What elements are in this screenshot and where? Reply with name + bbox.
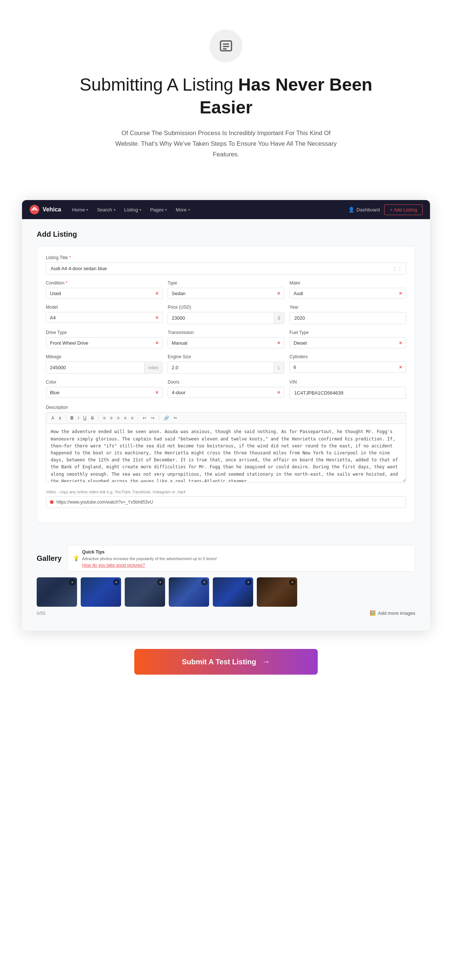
gallery-thumb-3-remove[interactable]: ×: [157, 579, 163, 585]
video-input-wrap[interactable]: https://www.youtube.com/watch?v=_Yx5bh85…: [46, 496, 406, 508]
editor-italic-btn[interactable]: i: [76, 415, 80, 422]
vin-label: VIN: [289, 380, 406, 385]
lightbulb-icon: 💡: [73, 555, 79, 561]
description-group: Description A A B i U S ≡ ≡ ≡ ≡ ≡ ↩: [46, 405, 406, 484]
transmission-input[interactable]: Manual ×: [168, 337, 284, 348]
editor-list-btn[interactable]: ≡: [102, 415, 107, 422]
editor-redo-btn[interactable]: ↪: [149, 415, 156, 422]
form-row-model-price-year: Model A4 × Price (USD) $ Year: [46, 305, 406, 324]
year-input[interactable]: [289, 312, 406, 324]
transmission-remove-icon[interactable]: ×: [278, 340, 280, 346]
drive-type-input[interactable]: Front Wheel Drive ×: [46, 337, 163, 348]
type-input[interactable]: Sedan ×: [168, 288, 284, 299]
video-label: Video - copy any online video link e.g. …: [46, 490, 406, 494]
doors-remove-icon[interactable]: ×: [278, 390, 280, 395]
quick-tips-content: Quick Tips Attractive photos increase th…: [82, 548, 217, 568]
fuel-type-remove-icon[interactable]: ×: [399, 340, 402, 346]
nav-item-listing[interactable]: Listing ▾: [121, 205, 145, 215]
video-dot-icon: [50, 500, 54, 504]
make-label: Make: [289, 280, 406, 286]
editor-undo-btn[interactable]: ↩: [141, 415, 148, 422]
color-label: Color: [46, 380, 163, 385]
cylinders-input[interactable]: 6 ×: [289, 361, 406, 372]
condition-remove-icon[interactable]: ×: [155, 290, 159, 296]
editor-indent-btn[interactable]: ≡: [116, 415, 121, 422]
description-textarea[interactable]: How the adventure ended will be seen ano…: [46, 423, 406, 482]
editor-text-size-btn[interactable]: A: [57, 415, 63, 421]
add-more-images-button[interactable]: 🖼️ Add more images: [370, 610, 415, 616]
gallery-thumb-6: ×: [257, 578, 297, 607]
nav-right: 👤 Dashboard + Add Listing: [348, 204, 423, 215]
editor-ol-btn[interactable]: ≡: [109, 415, 114, 422]
form-title: Add Listing: [37, 230, 415, 239]
quick-tips-link[interactable]: How do you take good pictures?: [82, 563, 145, 568]
condition-input[interactable]: Used ×: [46, 288, 163, 299]
gallery-images: × × × × × ×: [37, 578, 415, 607]
gallery-thumb-2: ×: [81, 578, 121, 607]
price-input[interactable]: [168, 312, 274, 324]
editor-strikethrough-btn[interactable]: S: [89, 415, 95, 422]
navbar: Vehica Home ▾ Search ▾ Listing ▾ Pages ▾…: [22, 200, 430, 219]
editor-divider-4: [159, 415, 159, 421]
cylinders-remove-icon[interactable]: ×: [399, 364, 402, 370]
video-group: Video - copy any online video link e.g. …: [46, 490, 406, 508]
listing-title-group: Listing Title * ⋮⋮: [46, 255, 406, 275]
condition-group: Condition * Used ×: [46, 280, 163, 299]
gallery-section: Gallery 💡 Quick Tips Attractive photos i…: [22, 538, 430, 631]
color-value: Blue: [50, 390, 153, 395]
nav-item-home[interactable]: Home ▾: [68, 205, 92, 215]
transmission-group: Transmission Manual ×: [168, 330, 284, 348]
engine-size-input[interactable]: [168, 362, 274, 373]
make-remove-icon[interactable]: ×: [399, 290, 402, 296]
gallery-thumb-6-remove[interactable]: ×: [289, 579, 296, 585]
year-label: Year: [289, 305, 406, 310]
editor-text-btn[interactable]: A: [50, 415, 56, 422]
doors-input[interactable]: 4-door ×: [168, 387, 284, 398]
gallery-thumb-5-remove[interactable]: ×: [245, 579, 252, 585]
listing-title-input[interactable]: [46, 262, 406, 275]
transmission-value: Manual: [172, 340, 275, 346]
more-chevron-icon: ▾: [188, 208, 190, 212]
editor-outdent-btn[interactable]: ≡: [122, 415, 128, 422]
nav-item-pages[interactable]: Pages ▾: [146, 205, 171, 215]
brand-name: Vehica: [43, 206, 61, 213]
color-remove-icon[interactable]: ×: [155, 390, 159, 395]
form-row-condition-type-make: Condition * Used × Type Sedan ×: [46, 280, 406, 299]
editor-unlink-btn[interactable]: ✂: [172, 415, 179, 422]
make-input[interactable]: Audi ×: [289, 288, 406, 299]
make-value: Audi: [293, 291, 397, 296]
gallery-thumb-3: ×: [125, 578, 165, 607]
quick-tips-title: Quick Tips: [82, 549, 105, 555]
cylinders-value: 6: [293, 364, 397, 370]
type-remove-icon[interactable]: ×: [278, 290, 280, 296]
mileage-input[interactable]: [46, 362, 144, 373]
model-remove-icon[interactable]: ×: [155, 315, 159, 320]
vin-input[interactable]: [289, 387, 406, 399]
drive-type-remove-icon[interactable]: ×: [155, 340, 159, 346]
gallery-header: Gallery 💡 Quick Tips Attractive photos i…: [37, 545, 415, 571]
nav-item-more[interactable]: More ▾: [172, 205, 194, 215]
editor-bold-btn[interactable]: B: [69, 415, 75, 422]
editor-link-btn[interactable]: 🔗: [162, 415, 171, 422]
fuel-type-label: Fuel Type: [289, 330, 406, 335]
model-input[interactable]: A4 ×: [46, 312, 163, 323]
gallery-thumb-4-remove[interactable]: ×: [201, 579, 208, 585]
nav-item-search[interactable]: Search ▾: [93, 205, 119, 215]
submit-button[interactable]: Submit A Test Listing →: [134, 649, 318, 675]
cylinders-label: Cylinders: [289, 354, 406, 360]
color-input[interactable]: Blue ×: [46, 387, 163, 398]
navbar-brand[interactable]: Vehica: [29, 204, 61, 215]
vin-group: VIN: [289, 380, 406, 399]
add-listing-button[interactable]: + Add Listing: [384, 204, 423, 215]
nav-dashboard[interactable]: 👤 Dashboard: [348, 207, 380, 213]
submit-section: Submit A Test Listing →: [0, 631, 452, 693]
engine-size-input-wrap: L: [168, 361, 284, 374]
editor-align-btn[interactable]: ≡: [130, 415, 135, 422]
fuel-type-input[interactable]: Diesel ×: [289, 337, 406, 348]
gallery-thumb-1-remove[interactable]: ×: [69, 579, 76, 585]
video-url: https://www.youtube.com/watch?v=_Yx5bh85…: [57, 500, 153, 505]
price-group: Price (USD) $: [168, 305, 284, 324]
gallery-thumb-2-remove[interactable]: ×: [113, 579, 120, 585]
editor-underline-btn[interactable]: U: [82, 415, 88, 422]
brand-logo-icon: [29, 204, 40, 215]
